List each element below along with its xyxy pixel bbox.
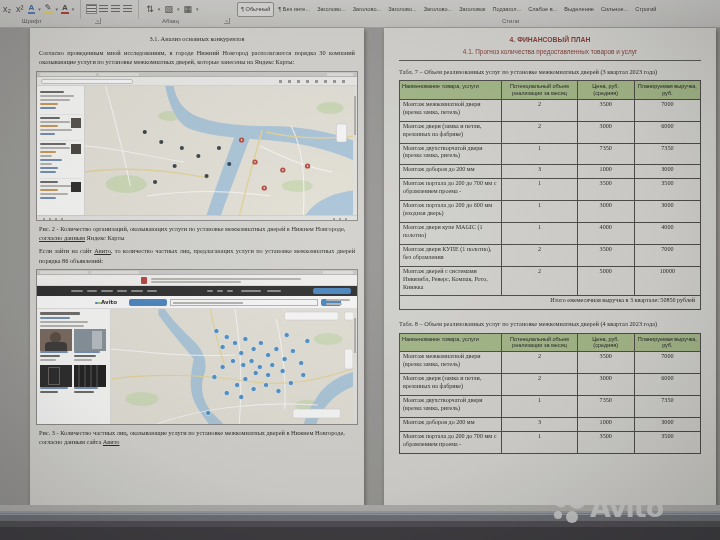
font-dialog-launcher-icon[interactable]: ↘: [95, 18, 101, 24]
line-spacing-button[interactable]: ⇅: [145, 4, 155, 14]
browser-controls: [323, 271, 353, 274]
styles-gallery: ¶ Обычный ¶ Без инте... Заголово... Заго…: [237, 2, 715, 17]
table-cell: 3500: [577, 179, 634, 201]
text-effects-button[interactable]: А: [28, 4, 36, 14]
styles-group-label: Стили: [502, 18, 519, 24]
table-cell: 10000: [634, 266, 700, 296]
map-result-item: [40, 141, 81, 179]
table-cell: 2: [502, 266, 577, 296]
chevron-down-icon[interactable]: ▾: [158, 6, 161, 12]
table-cell: Монтаж межкомнатной двери (врезка замка,…: [400, 352, 502, 374]
style-chip-heading3[interactable]: Заголово...: [385, 2, 420, 17]
chevron-down-icon[interactable]: ▾: [38, 6, 41, 12]
warning-icon: [141, 277, 147, 284]
table-cell: 3500: [577, 99, 634, 121]
avito-logo: Avito: [95, 299, 117, 305]
table-cell: 3000: [577, 201, 634, 223]
superscript-button[interactable]: x²: [15, 4, 25, 14]
chevron-down-icon[interactable]: ▾: [72, 6, 75, 12]
font-color-button[interactable]: А: [61, 4, 69, 14]
avito-search-row: Avito: [37, 296, 357, 309]
table-cell: Монтаж двухстворчатой двери (врезка замк…: [400, 395, 502, 417]
document-workspace[interactable]: 3.1. Анализ основных конкурентов Согласн…: [0, 28, 720, 512]
style-chip-normal[interactable]: ¶ Обычный: [237, 2, 274, 17]
table-cell: 3500: [634, 431, 700, 453]
style-chip-heading4[interactable]: Заголово...: [421, 2, 456, 17]
browser-tab: [99, 73, 139, 76]
toolbar-icons: [279, 80, 349, 83]
table-cell: 5000: [577, 266, 634, 296]
align-left-button[interactable]: [87, 5, 96, 13]
style-chip-subtitle[interactable]: Подзагол...: [490, 2, 525, 17]
chevron-down-icon[interactable]: ▾: [56, 6, 59, 12]
font-group-label: Шрифт: [22, 18, 42, 24]
section-heading: 3.1. Анализ основных конкурентов: [39, 35, 355, 42]
paragraph-dialog-launcher-icon[interactable]: ↘: [224, 18, 230, 24]
paragraph-group-label: Абзац: [162, 18, 179, 24]
table-cell: 7350: [634, 395, 700, 417]
table-cell: Монтаж двухстворчатой двери (врезка замк…: [400, 143, 502, 165]
table-cell: 2: [502, 99, 577, 121]
table-cell: 2: [502, 374, 577, 396]
style-chip-no-spacing[interactable]: ¶ Без инте...: [275, 2, 313, 17]
search-input: [170, 299, 318, 306]
yandex-map: [85, 86, 357, 215]
figure-yandex-maps-screenshot: [36, 71, 358, 221]
column-header: Планируемая выручка, руб.: [634, 333, 700, 352]
listing-card: [40, 365, 72, 395]
ribbon-controls: x₂ x² А▾ ✎▾ А▾ ⇅▾ ▨▾ ▦▾: [0, 1, 198, 17]
table-total: Итого ежемесячная выручка в 3 квартале: …: [400, 296, 701, 310]
style-chip-subtle-emphasis[interactable]: Слабое в...: [525, 2, 560, 17]
shading-button[interactable]: ▨: [163, 4, 174, 14]
highlight-color-button[interactable]: ✎: [44, 4, 53, 14]
hyperlink[interactable]: согласно данным: [39, 234, 85, 241]
style-chip-intense-emphasis[interactable]: Сильное...: [598, 2, 631, 17]
chevron-down-icon[interactable]: ▾: [177, 6, 180, 12]
listing-photo: [74, 365, 106, 387]
table-cell: Монтаж двери КУПЕ (1 полотно), без обрам…: [400, 244, 502, 266]
style-chip-strong[interactable]: Строгий: [632, 2, 659, 17]
table-row: Монтаж двери КУПЕ (1 полотно), без обрам…: [400, 244, 701, 266]
sub-heading: 4.1. Прогноз количества предоставленных …: [399, 48, 701, 55]
scrollbar[interactable]: [353, 309, 357, 425]
align-center-button[interactable]: [99, 5, 108, 13]
hyperlink[interactable]: Авито: [94, 247, 111, 254]
result-thumbnail: [71, 118, 81, 128]
figure-avito-screenshot: Avito: [36, 269, 358, 425]
table-cell: 2: [502, 244, 577, 266]
style-chip-title[interactable]: Заголовок: [456, 2, 488, 17]
table-row: Монтаж межкомнатной двери (врезка замка,…: [400, 352, 701, 374]
location-text: [326, 299, 352, 307]
table-cell: Монтаж доборов до 200 мм: [400, 165, 502, 179]
chapter-heading: 4. ФИНАНСОВЫЙ ПЛАН: [399, 36, 701, 43]
table-row: Монтаж портала до 200 до 600 мм (входная…: [400, 201, 701, 223]
scrollbar[interactable]: [353, 86, 357, 215]
paragraph-text: Если зайти на сайт: [39, 247, 94, 254]
align-right-button[interactable]: [111, 5, 120, 13]
map-result-item: [40, 89, 81, 115]
document-page-left[interactable]: 3.1. Анализ основных конкурентов Согласн…: [30, 28, 364, 505]
style-chip-heading2[interactable]: Заголово...: [350, 2, 385, 17]
listing-photo: [74, 329, 106, 351]
listing-cards: [40, 329, 107, 395]
table-header-row: Наименование товара, услуги Потенциальны…: [400, 81, 701, 100]
table-cell: 3: [502, 165, 577, 179]
borders-button[interactable]: ▦: [182, 4, 193, 14]
search-input: [41, 79, 133, 84]
document-page-right[interactable]: 4. ФИНАНСОВЫЙ ПЛАН 4.1. Прогноз количест…: [384, 28, 716, 505]
style-chip-heading1[interactable]: Заголово...: [314, 2, 349, 17]
browser-controls: [327, 73, 353, 76]
column-header: Потенциальный объем реализации за месяц: [502, 333, 577, 352]
align-justify-button[interactable]: [123, 5, 132, 13]
table-row: Монтаж двери (замка и петли, врезанных н…: [400, 121, 701, 143]
subscript-button[interactable]: x₂: [2, 4, 12, 14]
listing-photo: [40, 329, 72, 351]
table-cell: Монтаж дверей с системами Инвизибл, Реве…: [400, 266, 502, 296]
table-cell: Монтаж межкомнатной двери (врезка замка,…: [400, 99, 502, 121]
listing-card: [40, 329, 72, 363]
style-chip-emphasis[interactable]: Выделение: [561, 2, 597, 17]
table-cell: 3500: [577, 244, 634, 266]
hyperlink[interactable]: Авито: [103, 438, 120, 445]
column-header: Наименование товара, услуги: [400, 81, 502, 100]
chevron-down-icon[interactable]: ▾: [196, 6, 199, 12]
